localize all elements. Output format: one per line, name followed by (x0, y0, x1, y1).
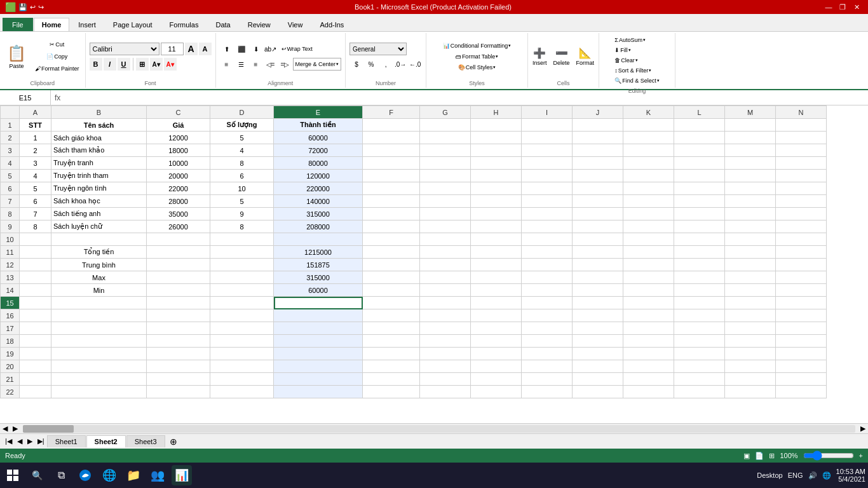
cell-I1[interactable] (522, 119, 573, 132)
cell-I20[interactable] (522, 360, 573, 373)
cell-I22[interactable] (522, 386, 573, 398)
cell-I19[interactable] (522, 348, 573, 360)
cell-G21[interactable] (420, 373, 471, 386)
cell-L8[interactable] (674, 208, 725, 220)
cell-J6[interactable] (573, 182, 623, 195)
cell-C20[interactable] (147, 360, 210, 373)
cell-D7[interactable]: 5 (210, 195, 274, 208)
cell-K1[interactable] (623, 119, 674, 132)
cell-C14[interactable] (147, 284, 210, 297)
cell-N14[interactable] (776, 284, 827, 297)
cell-F7[interactable] (363, 195, 420, 208)
cell-F14[interactable] (363, 284, 420, 297)
merge-center-btn[interactable]: Merge & Center ▾ (293, 58, 342, 71)
cell-L3[interactable] (674, 144, 725, 157)
cell-M21[interactable] (725, 373, 776, 386)
cell-I5[interactable] (522, 170, 573, 182)
cell-E15[interactable] (274, 297, 363, 309)
cell-G3[interactable] (420, 144, 471, 157)
cell-K17[interactable] (623, 322, 674, 335)
cell-K13[interactable] (623, 271, 674, 284)
cell-N5[interactable] (776, 170, 827, 182)
cell-M20[interactable] (725, 360, 776, 373)
cell-K22[interactable] (623, 386, 674, 398)
cell-A5[interactable]: 4 (20, 170, 51, 182)
cell-B10[interactable] (51, 233, 147, 246)
delete-btn[interactable]: ➖ Delete (552, 41, 572, 72)
cell-K3[interactable] (623, 144, 674, 157)
cell-G5[interactable] (420, 170, 471, 182)
sheet-container[interactable]: A B C D E F G H I J K L M N (0, 105, 868, 423)
cell-F19[interactable] (363, 348, 420, 360)
cell-G20[interactable] (420, 360, 471, 373)
teams-btn[interactable]: 👥 (147, 465, 168, 485)
cell-C8[interactable]: 35000 (147, 208, 210, 220)
cell-D21[interactable] (210, 373, 274, 386)
cell-B7[interactable]: Sách khoa học (51, 195, 147, 208)
cell-J14[interactable] (573, 284, 623, 297)
cell-J11[interactable] (573, 246, 623, 259)
cell-L7[interactable] (674, 195, 725, 208)
cell-E22[interactable] (274, 386, 363, 398)
cell-I16[interactable] (522, 309, 573, 322)
cell-D17[interactable] (210, 322, 274, 335)
cell-D10[interactable] (210, 233, 274, 246)
cell-K18[interactable] (623, 335, 674, 348)
cell-M18[interactable] (725, 335, 776, 348)
cell-E21[interactable] (274, 373, 363, 386)
cell-L14[interactable] (674, 284, 725, 297)
cell-A16[interactable] (20, 309, 51, 322)
cell-K16[interactable] (623, 309, 674, 322)
cell-B18[interactable] (51, 335, 147, 348)
cell-G4[interactable] (420, 157, 471, 170)
wrap-text-btn[interactable]: ↩ Wrap Text (278, 43, 316, 55)
cell-H14[interactable] (471, 284, 522, 297)
cell-E6[interactable]: 220000 (274, 182, 363, 195)
insert-sheet-btn[interactable]: ⊕ (166, 435, 181, 449)
cell-J13[interactable] (573, 271, 623, 284)
col-header-D[interactable]: D (210, 106, 274, 119)
cell-A22[interactable] (20, 386, 51, 398)
cell-K14[interactable] (623, 284, 674, 297)
cell-I13[interactable] (522, 271, 573, 284)
clear-btn[interactable]: 🗑 Clear ▾ (613, 56, 640, 65)
cell-E12[interactable]: 151875 (274, 259, 363, 271)
tab-data[interactable]: Data (207, 18, 238, 31)
cell-C6[interactable]: 22000 (147, 182, 210, 195)
decrease-decimal-btn[interactable]: ←.0 (408, 58, 422, 71)
font-color-btn[interactable]: A▾ (164, 58, 177, 71)
cell-K12[interactable] (623, 259, 674, 271)
cell-C19[interactable] (147, 348, 210, 360)
cell-A12[interactable] (20, 259, 51, 271)
cell-H20[interactable] (471, 360, 522, 373)
cell-B17[interactable] (51, 322, 147, 335)
font-name-select[interactable]: Calibri (90, 43, 159, 55)
cell-J22[interactable] (573, 386, 623, 398)
cell-I10[interactable] (522, 233, 573, 246)
cell-I2[interactable] (522, 132, 573, 144)
cell-H4[interactable] (471, 157, 522, 170)
fill-btn[interactable]: ⬇ Fill ▾ (613, 46, 633, 55)
cell-J15[interactable] (573, 297, 623, 309)
find-select-btn[interactable]: 🔍 Find & Select ▾ (613, 76, 661, 85)
cell-A19[interactable] (20, 348, 51, 360)
cell-E10[interactable] (274, 233, 363, 246)
cell-B11[interactable]: Tổng tiền (51, 246, 147, 259)
col-header-K[interactable]: K (623, 106, 674, 119)
cell-B9[interactable]: Sách luyện chữ (51, 220, 147, 233)
cell-D18[interactable] (210, 335, 274, 348)
sheet-nav-first[interactable]: |◀ (3, 436, 15, 447)
cell-M19[interactable] (725, 348, 776, 360)
cell-M6[interactable] (725, 182, 776, 195)
copy-button[interactable]: 📄 Copy (32, 51, 83, 62)
comma-btn[interactable]: , (379, 58, 393, 71)
cell-M13[interactable] (725, 271, 776, 284)
cell-B8[interactable]: Sách tiếng anh (51, 208, 147, 220)
cell-M10[interactable] (725, 233, 776, 246)
cell-K2[interactable] (623, 132, 674, 144)
col-header-A[interactable]: A (20, 106, 51, 119)
cell-J21[interactable] (573, 373, 623, 386)
dollar-btn[interactable]: $ (349, 58, 363, 71)
col-header-H[interactable]: H (471, 106, 522, 119)
paste-button[interactable]: 📋 Paste (3, 39, 31, 74)
